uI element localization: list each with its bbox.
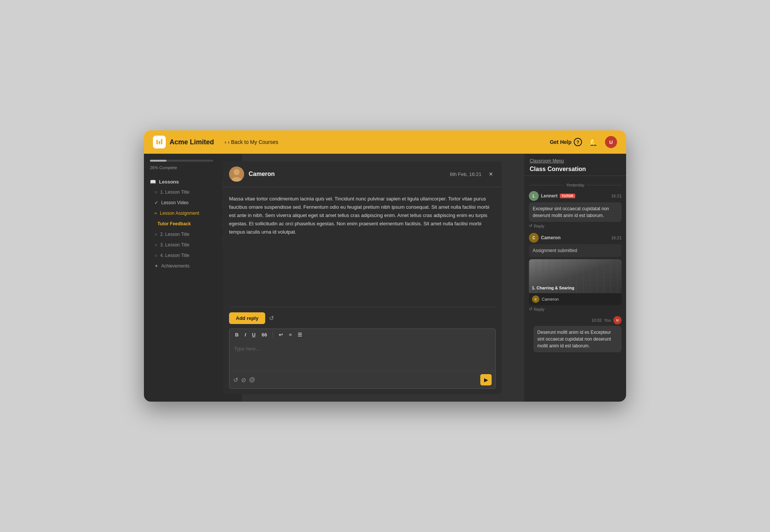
align-left-button[interactable]: ↩	[277, 331, 285, 338]
lesson-2-icon: ○	[154, 232, 157, 237]
lesson-3-icon: ○	[154, 242, 157, 248]
modal-date: 6th Feb, 16:21	[450, 171, 481, 177]
sidebar-item-lesson-4[interactable]: ○ 4. Lesson Title	[144, 250, 219, 261]
back-to-courses-link[interactable]: ‹ ‹ Back to My Courses	[225, 139, 278, 145]
lesson-1-label: 1. Lesson Title	[160, 190, 189, 195]
editor-placeholder: Type here...	[234, 346, 260, 352]
get-help-label: Get Help	[550, 139, 571, 145]
lesson-assignment-label: Lesson Assignment	[160, 211, 199, 216]
you-time: 10:02	[591, 318, 602, 323]
msg-lennert: L Lennert TUTOR 16:21 Excepteur sint occ…	[529, 191, 622, 228]
editor-toolbar: B I U 66 ↩ ≡ ☰	[229, 329, 496, 341]
get-help-button[interactable]: Get Help ?	[550, 138, 582, 146]
modal-reply-area: Add reply ↺ B I U 66 ↩ ≡ ☰ Type her	[223, 307, 502, 394]
quote-button[interactable]: 66	[260, 331, 269, 338]
sidebar-item-achievements[interactable]: ✦ Achievements	[144, 261, 219, 271]
cameron-avatar-small: C	[529, 233, 539, 243]
cameron-time: 16:21	[611, 235, 622, 240]
refresh-icon[interactable]: ↺	[269, 315, 274, 322]
lennert-name: Lennert	[541, 193, 558, 199]
reply-cameron-icon: ↺	[529, 307, 532, 312]
device-frame: Acme Limited ‹ ‹ Back to My Courses Get …	[144, 130, 626, 402]
back-label: ‹ Back to My Courses	[228, 139, 278, 145]
assignment-icon: ≈	[154, 211, 157, 216]
modal-header: Cameron 6th Feb, 16:21 ×	[223, 161, 502, 187]
link-button[interactable]: ⊘	[241, 376, 246, 384]
back-chevron-icon: ‹	[225, 139, 226, 145]
achievements-icon: ✦	[154, 263, 158, 269]
editor-body[interactable]: Type here...	[229, 341, 496, 371]
card-user-name: Cameron	[542, 297, 559, 301]
align-center-button[interactable]: ≡	[287, 331, 294, 338]
send-button[interactable]: ▶	[480, 374, 492, 385]
you-message: 10:02 You U Deserunt mollit anim id es E…	[529, 316, 622, 352]
assignment-card-footer: C Cameron	[529, 293, 622, 305]
progress-bar-background	[150, 160, 213, 162]
sidebar-item-lesson-assignment[interactable]: ≈ Lesson Assignment	[144, 208, 219, 219]
lessons-section-title: 📖 Lessons	[144, 175, 219, 187]
achievements-label: Achievements	[161, 263, 189, 269]
modal-body-text: Massa vitae tortor condimentum lacinia q…	[223, 187, 502, 307]
lennert-bubble: Excepteur sint occaecat cupidatat non de…	[529, 202, 622, 222]
logo-area: Acme Limited	[153, 136, 214, 148]
lesson-2-label: 2. Lesson Title	[160, 232, 189, 237]
assignment-modal: Cameron 6th Feb, 16:21 × Massa vitae tor…	[223, 161, 502, 394]
reply-btn-row: Add reply ↺	[229, 312, 496, 324]
you-time-row: 10:02 You U	[529, 316, 622, 324]
lennert-reply-link[interactable]: ↺ Reply	[529, 223, 622, 228]
svg-rect-0	[156, 140, 158, 144]
add-reply-button[interactable]: Add reply	[229, 312, 265, 324]
lesson-video-label: Lesson Video	[161, 200, 189, 205]
sidebar-item-lesson-video[interactable]: ✓ Lesson Video	[144, 197, 219, 208]
progress-section: 26% Complete	[144, 160, 219, 175]
svg-rect-2	[161, 139, 162, 144]
toolbar-separator-1	[273, 332, 273, 338]
app-name: Acme Limited	[170, 138, 214, 146]
you-bubble: Deserunt mollit anim id es Excepteur sin…	[533, 326, 622, 352]
sidebar-item-tutor-feedback[interactable]: Tutor Feedback	[144, 219, 219, 229]
content-area: Cameron 6th Feb, 16:21 × Massa vitae tor…	[219, 154, 524, 402]
lesson-1-icon: ○	[154, 190, 157, 195]
tutor-badge: TUTOR	[560, 194, 575, 198]
msg-cameron-header: C Cameron 16:21	[529, 233, 622, 243]
logo-icon	[153, 136, 166, 148]
sidebar-item-lesson-1[interactable]: ○ 1. Lesson Title	[144, 187, 219, 197]
sidebar: 26% Complete 📖 Lessons ○ 1. Lesson Title…	[144, 154, 219, 402]
emoji-button[interactable]: ↺	[233, 376, 238, 384]
check-icon: ✓	[154, 200, 158, 205]
bold-button[interactable]: B	[233, 331, 240, 338]
list-button[interactable]: ☰	[296, 331, 304, 338]
cameron-name: Cameron	[541, 235, 561, 240]
msg-lennert-header: L Lennert TUTOR 16:21	[529, 191, 622, 201]
cameron-avatar	[229, 167, 244, 182]
book-icon: 📖	[150, 179, 156, 185]
sidebar-item-lesson-2[interactable]: ○ 2. Lesson Title	[144, 229, 219, 240]
classroom-menu-link[interactable]: Classroom Menu	[530, 158, 621, 164]
tutor-feedback-label: Tutor Feedback	[157, 221, 191, 226]
card-user-avatar: C	[532, 295, 539, 303]
conv-header: Classroom Menu Class Conversation	[524, 154, 626, 176]
svg-point-4	[234, 169, 240, 175]
day-label: Yesterday	[529, 183, 622, 187]
reply-icon: ↺	[529, 223, 532, 228]
progress-label: 26% Complete	[150, 165, 177, 170]
lesson-3-label: 3. Lesson Title	[160, 242, 189, 248]
help-icon: ?	[574, 138, 582, 146]
cameron-reply-link[interactable]: ↺ Reply	[529, 307, 622, 312]
modal-user-name: Cameron	[249, 171, 445, 177]
mention-button[interactable]: @	[249, 376, 255, 383]
underline-button[interactable]: U	[250, 331, 257, 338]
header-right: Get Help ? 🔔 U	[550, 136, 617, 148]
notification-bell-icon[interactable]: 🔔	[589, 138, 598, 147]
user-avatar-header[interactable]: U	[605, 136, 617, 148]
conv-messages: Yesterday L Lennert TUTOR 16:21 Excepteu…	[524, 176, 626, 402]
assignment-card-image: 1. Charring & Searing	[529, 259, 622, 293]
sidebar-item-lesson-3[interactable]: ○ 3. Lesson Title	[144, 240, 219, 250]
you-avatar: U	[613, 316, 622, 324]
top-header: Acme Limited ‹ ‹ Back to My Courses Get …	[144, 130, 626, 154]
assignment-card[interactable]: 1. Charring & Searing C Cameron	[529, 259, 622, 305]
italic-button[interactable]: I	[243, 331, 248, 338]
lesson-4-icon: ○	[154, 253, 157, 258]
modal-close-button[interactable]: ×	[486, 169, 496, 179]
class-conversation-panel: Classroom Menu Class Conversation Yester…	[524, 154, 626, 402]
